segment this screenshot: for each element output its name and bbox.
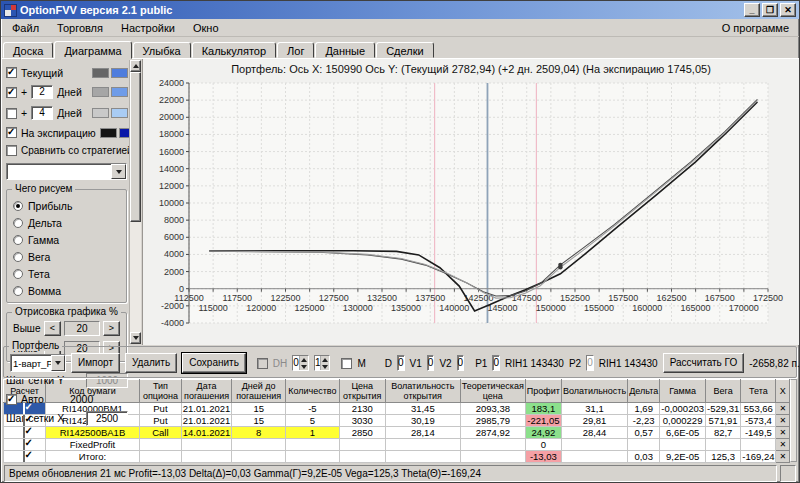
table-cell[interactable]: 0,57 [628, 427, 660, 439]
dh-checkbox[interactable] [257, 358, 268, 369]
table-cell[interactable]: 2985,79 [460, 415, 525, 427]
plus4days-checkbox[interactable] [6, 108, 17, 119]
menu-trading[interactable]: Торговля [48, 20, 112, 36]
p2-input[interactable]: 0 [586, 355, 594, 371]
table-cell[interactable]: -5 [286, 403, 340, 415]
row-delete-button[interactable]: ✕ [776, 403, 790, 415]
table-cell[interactable] [286, 451, 340, 463]
table-cell[interactable]: 3030 [339, 415, 385, 427]
table-cell[interactable]: 8 [232, 427, 286, 439]
current-color-swatch-2[interactable] [111, 68, 128, 78]
table-cell[interactable] [181, 439, 232, 451]
d-input[interactable]: 0 [397, 355, 405, 371]
dh-spinner-1[interactable]: 0 [292, 355, 309, 371]
table-cell[interactable]: 82,7 [706, 427, 741, 439]
table-cell[interactable] [706, 439, 741, 451]
table-cell[interactable]: 2093,38 [460, 403, 525, 415]
auto-checkbox[interactable] [6, 394, 17, 405]
payoff-chart[interactable]: -4000-2000020004000600080001000012000140… [144, 75, 799, 339]
table-cell[interactable] [181, 451, 232, 463]
scroll-up-button[interactable] [130, 60, 141, 72]
portfolio-preset-combobox[interactable]: 1-варт_РТС [10, 354, 66, 372]
tab-log[interactable]: Лог [277, 42, 314, 58]
table-cell[interactable]: 2130 [339, 403, 385, 415]
table-cell[interactable]: -573,4 [741, 415, 776, 427]
radio-theta[interactable] [13, 269, 23, 279]
table-cell[interactable] [628, 439, 660, 451]
radio-gamma[interactable] [13, 235, 23, 245]
current-checkbox[interactable] [6, 67, 17, 78]
table-row[interactable]: Итого:-13,030,039,2E-05125,3-169,24✕ [4, 451, 790, 463]
import-button[interactable]: Импорт [71, 353, 120, 373]
menu-settings[interactable]: Настройки [112, 20, 184, 36]
table-cell[interactable] [339, 439, 385, 451]
plus2days-checkbox[interactable] [6, 87, 17, 98]
tab-board[interactable]: Доска [3, 42, 53, 58]
v1-input[interactable]: 0 [427, 355, 435, 371]
scrollbar-track[interactable] [130, 222, 141, 332]
minimize-button[interactable]: _ [744, 3, 760, 17]
table-cell[interactable]: 9,2E-05 [660, 451, 706, 463]
tab-diagram[interactable]: Диаграмма [54, 41, 131, 59]
calculate-margin-button[interactable]: Рассчитать ГО [663, 353, 745, 373]
row-calc-checkbox[interactable] [23, 427, 25, 439]
m-checkbox[interactable] [341, 358, 352, 369]
plus4days-color-swatch-2[interactable] [111, 108, 128, 118]
table-cell[interactable]: 0,000229 [660, 415, 706, 427]
dh-spinner-2[interactable]: 1 [314, 355, 331, 371]
table-cell[interactable]: 2874,92 [460, 427, 525, 439]
table-cell[interactable]: 183,1 [525, 403, 561, 415]
table-cell[interactable]: 31,1 [561, 403, 627, 415]
table-cell[interactable] [561, 439, 627, 451]
table-cell[interactable] [140, 451, 182, 463]
table-cell[interactable]: -0,000203 [660, 403, 706, 415]
table-cell[interactable]: Put [140, 403, 182, 415]
delete-button[interactable]: Удалить [125, 353, 177, 373]
table-cell[interactable]: Итого: [45, 451, 139, 463]
row-calc-checkbox-cell[interactable] [4, 427, 46, 439]
days4-input[interactable]: 4 [31, 106, 53, 120]
tab-smile[interactable]: Улыбка [133, 42, 191, 58]
row-delete-button[interactable]: ✕ [776, 427, 790, 439]
radio-delta[interactable] [13, 218, 23, 228]
above-value[interactable]: 20 [64, 321, 100, 336]
table-cell[interactable]: 24,92 [525, 427, 561, 439]
table-cell[interactable] [741, 439, 776, 451]
strategy-combobox-arrow[interactable] [111, 164, 126, 179]
current-color-swatch-1[interactable] [92, 68, 109, 78]
scroll-down-button[interactable] [130, 332, 141, 344]
table-cell[interactable]: 2850 [339, 427, 385, 439]
row-calc-checkbox-cell[interactable] [4, 451, 46, 463]
strategy-combobox[interactable] [6, 163, 127, 180]
table-cell[interactable] [232, 439, 286, 451]
table-cell[interactable]: 21.01.2021 [181, 403, 232, 415]
table-cell[interactable]: -2,23 [628, 415, 660, 427]
table-cell[interactable] [140, 439, 182, 451]
plus4days-color-swatch-1[interactable] [92, 108, 109, 118]
tab-data[interactable]: Данные [315, 42, 375, 58]
table-cell[interactable]: 6,6E-05 [660, 427, 706, 439]
plus2days-color-swatch-2[interactable] [111, 87, 128, 97]
table-scrollbar[interactable] [790, 379, 797, 462]
table-cell[interactable] [460, 439, 525, 451]
radio-profit[interactable] [13, 201, 23, 211]
v2-input[interactable]: 0 [457, 355, 465, 371]
grid-step-x-input[interactable]: 2500 [86, 411, 128, 426]
table-cell[interactable]: 28,14 [385, 427, 460, 439]
table-cell[interactable]: 30,19 [385, 415, 460, 427]
radio-vomma[interactable] [13, 286, 23, 296]
expiration-color-swatch-1[interactable] [100, 128, 117, 138]
radio-vega[interactable] [13, 252, 23, 262]
above-decrease-button[interactable]: < [44, 321, 61, 336]
portfolio-preset-arrow[interactable] [51, 355, 65, 371]
table-cell[interactable]: -221,05 [525, 415, 561, 427]
table-cell[interactable] [232, 451, 286, 463]
resize-grip[interactable] [780, 465, 796, 482]
close-button[interactable]: ✕ [780, 3, 796, 17]
table-cell[interactable]: Put [140, 415, 182, 427]
row-calc-checkbox[interactable] [23, 451, 25, 463]
table-cell[interactable]: 1 [286, 427, 340, 439]
table-cell[interactable]: 15 [232, 403, 286, 415]
table-cell[interactable]: 125,3 [706, 451, 741, 463]
menu-window[interactable]: Окно [184, 20, 228, 36]
